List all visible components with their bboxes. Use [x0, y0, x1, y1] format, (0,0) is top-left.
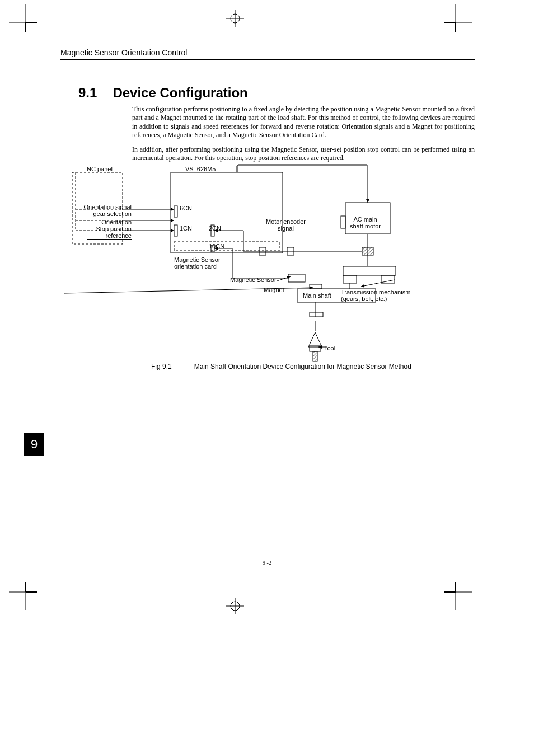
label-magnetic-sensor: Magnetic Sensor — [230, 276, 277, 283]
registration-mark-bottom — [224, 598, 246, 614]
svg-rect-47 — [343, 275, 357, 283]
label-orientation-signal: Orientation signal gear selection — [81, 204, 132, 217]
svg-rect-52 — [310, 312, 323, 317]
svg-rect-43 — [362, 247, 373, 255]
label-vs: VS–626M5 — [185, 166, 216, 172]
svg-rect-55 — [313, 351, 317, 361]
paragraph-1: This configuration performs positioning … — [132, 105, 475, 139]
header-rule — [60, 59, 475, 60]
section-number: 9.1 — [78, 85, 97, 101]
label-sensor-card: Magnetic Sensor orientation card — [174, 256, 221, 270]
page-number: 9 -2 — [0, 560, 534, 566]
figure-diagram: NC panel VS–626M5 Orientation signal gea… — [64, 165, 428, 377]
label-main-shaft: Main shaft — [303, 292, 331, 299]
label-ac-motor: AC main shaft motor — [350, 216, 381, 229]
label-motor-encoder: Motor encoder signal — [266, 218, 306, 232]
label-stop-position: Stop position reference — [87, 226, 132, 240]
label-10cn: 10CN — [209, 243, 224, 250]
svg-rect-25 — [174, 206, 177, 217]
label-nc-panel: NC panel — [87, 166, 113, 172]
svg-rect-41 — [341, 216, 345, 228]
svg-marker-53 — [308, 332, 322, 347]
label-6cn: 6CN — [180, 205, 192, 212]
running-header: Magnetic Sensor Orientation Control — [60, 48, 475, 57]
diagram-svg — [64, 165, 428, 377]
svg-rect-57 — [310, 284, 322, 289]
label-orientation: Orientation — [95, 219, 132, 226]
caption-number: Fig 9.1 — [151, 363, 172, 370]
svg-rect-46 — [343, 266, 396, 275]
svg-rect-26 — [174, 225, 177, 236]
svg-rect-23 — [171, 172, 283, 253]
label-magnet: Magnet — [264, 287, 284, 293]
figure-caption: Fig 9.1Main Shaft Orientation Device Con… — [151, 363, 453, 370]
label-2cn: 2CN — [209, 225, 221, 232]
label-1cn: 1CN — [180, 225, 192, 232]
section-title-text: Device Configuration — [113, 85, 247, 100]
svg-rect-58 — [288, 274, 305, 282]
svg-rect-29 — [174, 242, 279, 251]
section-heading: 9.1Device Configuration — [78, 85, 248, 101]
chapter-tab: 9 — [24, 433, 44, 456]
caption-text: Main Shaft Orientation Device Configurat… — [194, 363, 411, 370]
label-tool: Tool — [324, 345, 335, 351]
label-transmission: Transmission mechanism (gears, belt, etc… — [341, 289, 410, 302]
paragraph-2: In addition, after performing positionin… — [132, 145, 475, 163]
registration-mark-top — [224, 10, 246, 27]
